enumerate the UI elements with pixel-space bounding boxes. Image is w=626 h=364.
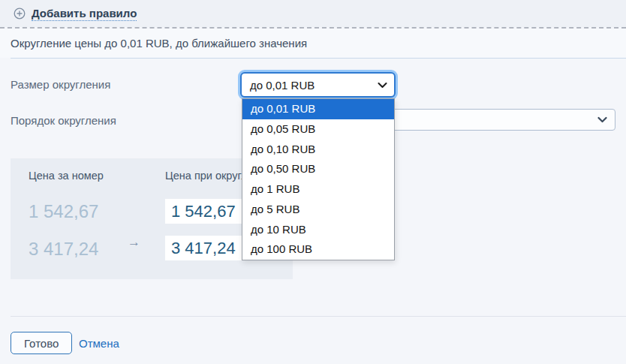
circled-plus-icon (14, 8, 26, 20)
rounding-rule-editor: Добавить правило Округление цены до 0,01… (0, 0, 626, 364)
dropdown-option[interactable]: до 10 RUB (242, 220, 394, 240)
dropdown-option[interactable]: до 0,05 RUB (242, 119, 394, 140)
order-label: Порядок округления (11, 114, 116, 127)
chevron-down-icon (597, 116, 607, 123)
footer-divider (11, 316, 626, 317)
column-header-original: Цена за номер (29, 170, 104, 182)
chevron-down-icon (378, 82, 387, 89)
size-label: Размер округления (11, 78, 110, 91)
dropdown-option[interactable]: до 0,01 RUB (242, 99, 394, 119)
add-rule-button[interactable]: Добавить правило (14, 7, 137, 21)
arrow-right-icon: → (128, 235, 140, 250)
top-bar: Добавить правило (0, 0, 626, 27)
rule-summary-text: Округление цены до 0,01 RUB, до ближайше… (11, 37, 307, 50)
size-select[interactable]: до 0,01 RUB (240, 72, 396, 98)
original-price-value: 3 417,24 (29, 239, 98, 260)
dropdown-option[interactable]: до 0,50 RUB (242, 159, 394, 179)
dropdown-option[interactable]: до 5 RUB (242, 200, 394, 220)
original-price-value: 1 542,67 (29, 201, 98, 222)
dropdown-option[interactable]: до 100 RUB (242, 239, 394, 260)
summary-divider (11, 58, 626, 59)
dropdown-option[interactable]: до 1 RUB (242, 179, 394, 200)
size-select-value: до 0,01 RUB (250, 79, 315, 92)
rule-summary-row: Округление цены до 0,01 RUB, до ближайше… (0, 29, 626, 58)
add-rule-label: Добавить правило (32, 7, 137, 21)
dropdown-option[interactable]: до 0,10 RUB (242, 140, 394, 160)
cancel-link[interactable]: Отмена (79, 337, 119, 350)
size-select-dropdown: до 0,01 RUB до 0,05 RUB до 0,10 RUB до 0… (242, 98, 395, 260)
done-button[interactable]: Готово (11, 332, 72, 354)
